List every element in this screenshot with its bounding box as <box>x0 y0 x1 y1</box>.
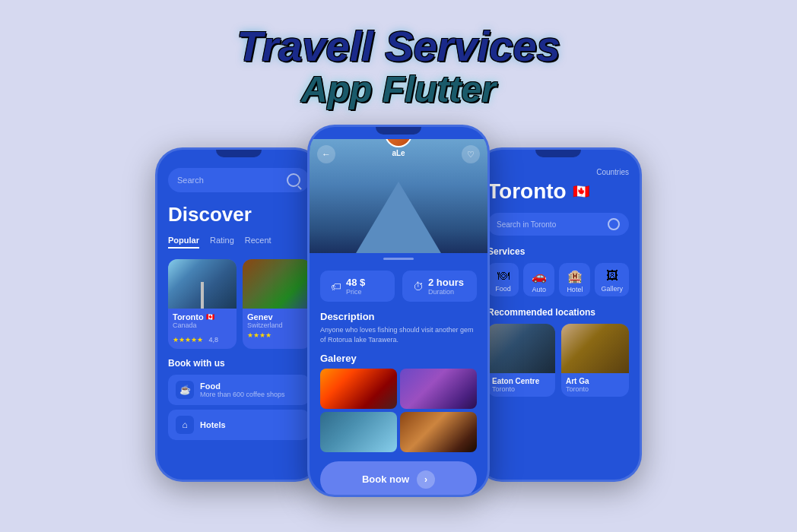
tabs-row: Popular Rating Recent <box>168 236 310 249</box>
svc-gallery[interactable]: 🖼 Gallery <box>595 263 629 296</box>
city-name: Toronto <box>487 179 567 204</box>
eaton-image <box>487 324 555 373</box>
duration-value: 2 hours <box>428 277 464 288</box>
food-info: Food More than 600 coffee shops <box>200 382 284 398</box>
title-line2: App Flutter <box>237 70 560 110</box>
gallery-img-3 <box>320 412 397 452</box>
services-label: Services <box>487 246 629 257</box>
toronto-info: Toronto 🇨🇦 Canada ★★★★★ 4,8 <box>168 309 237 349</box>
phone-right: Countries Toronto 🇨🇦 Search in Toronto S… <box>475 147 642 482</box>
page-title: Travell Services App Flutter <box>237 23 560 109</box>
service-hotels[interactable]: ⌂ Hotels <box>168 410 310 440</box>
svc-hotel[interactable]: 🏨 Hotel <box>559 263 590 296</box>
phone-notch-right <box>535 150 581 157</box>
profile-name: aLe <box>385 149 412 157</box>
hotels-info: Hotels <box>200 420 226 429</box>
city-search-placeholder: Search in Toronto <box>497 220 556 229</box>
svc-food[interactable]: 🍽 Food <box>487 263 519 296</box>
hero-overlay: ← A aLe ♡ <box>317 145 480 163</box>
search-placeholder-left: Search <box>177 176 204 185</box>
price-label: Price <box>346 288 365 296</box>
food-icon-label: Food <box>495 285 511 293</box>
gallery-icon-label: Gallery <box>601 285 623 293</box>
scroll-indicator <box>383 258 414 260</box>
description-text: Anyone who loves fishing should visit an… <box>320 325 477 344</box>
auto-icon-label: Auto <box>532 286 546 293</box>
hotel-icon-sym: 🏨 <box>567 269 583 283</box>
geneva-info: Genev Switzerland ★★★★ <box>243 309 311 343</box>
city-header: Toronto 🇨🇦 <box>487 179 629 204</box>
duration-box: ⏱ 2 hours Duration <box>402 271 477 302</box>
destination-cards: Toronto 🇨🇦 Canada ★★★★★ 4,8 <box>168 259 310 349</box>
search-bar-left[interactable]: Search <box>168 168 310 192</box>
phone-notch-center <box>376 127 421 135</box>
phone-content-right: Countries Toronto 🇨🇦 Search in Toronto S… <box>477 162 640 477</box>
rec-card-art[interactable]: Art Ga Toronto <box>561 324 629 397</box>
art-image <box>561 324 629 373</box>
services-icons-row: 🍽 Food 🚗 Auto 🏨 Hotel 🖼 Gallery <box>487 263 629 296</box>
gallery-icon-sym: 🖼 <box>606 269 618 283</box>
food-icon: ☕ <box>176 381 194 399</box>
rec-card-eaton[interactable]: Eaton Centre Toronto <box>487 324 555 397</box>
dest-card-toronto[interactable]: Toronto 🇨🇦 Canada ★★★★★ 4,8 <box>168 259 237 349</box>
food-name: Food <box>200 382 284 391</box>
price-icon: 🏷 <box>331 280 341 293</box>
eaton-name: Eaton Centre <box>492 377 551 385</box>
duration-label: Duration <box>428 288 464 296</box>
dest-card-geneva[interactable]: Genev Switzerland ★★★★ <box>243 259 311 349</box>
description-section: Description Anyone who loves fishing sho… <box>320 311 477 344</box>
hotel-icon-label: Hotel <box>567 286 583 293</box>
center-hero-image: ← A aLe ♡ <box>310 139 487 253</box>
title-line1: Travell Services <box>237 23 560 70</box>
hotels-name: Hotels <box>200 420 226 429</box>
art-name: Art Ga <box>566 377 624 385</box>
geneva-name: Genev <box>247 312 306 321</box>
service-food[interactable]: ☕ Food More than 600 coffee shops <box>168 375 310 405</box>
art-city: Toronto <box>566 385 624 393</box>
gallery-img-4 <box>400 412 477 452</box>
price-duration-row: 🏷 48 $ Price ⏱ 2 hours Duration <box>320 271 477 302</box>
phone-left: Search Discover Popular Rating Recent To… <box>155 147 322 482</box>
tab-recent[interactable]: Recent <box>245 236 271 249</box>
tab-rating[interactable]: Rating <box>210 236 234 249</box>
description-title: Description <box>320 311 477 322</box>
auto-icon-sym: 🚗 <box>532 269 547 283</box>
city-search-bar[interactable]: Search in Toronto <box>487 213 629 236</box>
bottom-bar-right <box>543 481 573 482</box>
discover-title: Discover <box>168 203 310 226</box>
profile-avatar: A <box>385 139 412 147</box>
svc-auto[interactable]: 🚗 Auto <box>523 263 554 296</box>
price-text: 48 $ Price <box>346 277 365 296</box>
toronto-flag: 🇨🇦 <box>206 313 214 321</box>
hotels-icon: ⌂ <box>176 416 194 434</box>
recommended-label: Recommended locations <box>487 307 629 318</box>
price-value: 48 $ <box>346 277 365 288</box>
phone-content-center: 🏷 48 $ Price ⏱ 2 hours Duration Descript… <box>310 264 487 497</box>
geneva-country: Switzerland <box>247 321 306 329</box>
art-info: Art Ga Toronto <box>561 373 629 397</box>
price-box: 🏷 48 $ Price <box>320 271 395 302</box>
food-desc: More than 600 coffee shops <box>200 391 284 398</box>
toronto-stars: ★★★★★ 4,8 <box>173 331 232 345</box>
toronto-image <box>168 259 237 309</box>
duration-text: 2 hours Duration <box>428 277 464 296</box>
book-now-button[interactable]: Book now › <box>320 461 477 498</box>
dest-img-geneva <box>243 259 311 309</box>
phone-notch-left <box>216 150 262 157</box>
city-search-icon <box>608 218 620 230</box>
bottom-bar-left <box>224 481 254 482</box>
back-button[interactable]: ← <box>317 145 335 163</box>
book-now-label: Book now <box>362 473 409 485</box>
gallery-grid <box>320 369 477 452</box>
phone-content-left: Search Discover Popular Rating Recent To… <box>157 162 320 477</box>
tab-popular[interactable]: Popular <box>168 236 199 249</box>
favorite-button[interactable]: ♡ <box>462 145 480 163</box>
geneva-stars: ★★★★ <box>247 331 306 339</box>
countries-label: Countries <box>487 168 629 176</box>
gallery-title: Galerey <box>320 353 477 364</box>
book-section-title: Book with us <box>168 358 310 369</box>
toronto-name: Toronto 🇨🇦 <box>173 312 232 321</box>
profile-section: A aLe <box>385 139 412 157</box>
gallery-img-1 <box>320 369 397 409</box>
phones-container: Search Discover Popular Rating Recent To… <box>0 125 797 497</box>
